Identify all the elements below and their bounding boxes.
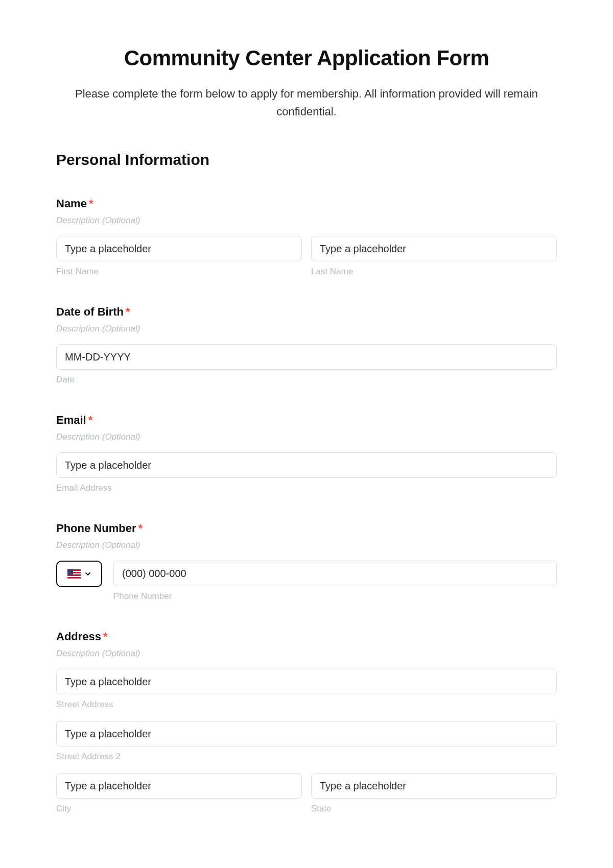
field-name: Name* Description (Optional) First Name … xyxy=(56,197,557,277)
dob-input[interactable] xyxy=(56,344,557,370)
email-input[interactable] xyxy=(56,452,557,478)
state-sublabel: State xyxy=(311,804,557,814)
email-description: Description (Optional) xyxy=(56,432,557,442)
phone-label: Phone Number* xyxy=(56,522,557,535)
field-phone: Phone Number* Description (Optional) Pho… xyxy=(56,522,557,601)
email-label-text: Email xyxy=(56,414,86,426)
phone-sublabel: Phone Number xyxy=(113,591,557,601)
chevron-down-icon xyxy=(85,571,91,577)
street-address-2-sublabel: Street Address 2 xyxy=(56,752,557,762)
section-personal-information: Personal Information xyxy=(56,151,557,168)
city-input[interactable] xyxy=(56,773,302,799)
required-star: * xyxy=(103,630,108,643)
required-star: * xyxy=(88,414,93,426)
required-star: * xyxy=(138,522,143,535)
first-name-sublabel: First Name xyxy=(56,267,302,277)
us-flag-icon xyxy=(67,569,81,578)
address-label-text: Address xyxy=(56,630,101,643)
address-label: Address* xyxy=(56,630,557,643)
state-input[interactable] xyxy=(311,773,557,799)
street-address-sublabel: Street Address xyxy=(56,700,557,710)
name-label: Name* xyxy=(56,197,557,210)
form-title: Community Center Application Form xyxy=(56,46,557,70)
field-email: Email* Description (Optional) Email Addr… xyxy=(56,414,557,493)
last-name-input[interactable] xyxy=(311,236,557,261)
name-description: Description (Optional) xyxy=(56,215,557,226)
dob-sublabel: Date xyxy=(56,375,557,385)
email-label: Email* xyxy=(56,414,557,427)
last-name-sublabel: Last Name xyxy=(311,267,557,277)
field-address: Address* Description (Optional) Street A… xyxy=(56,630,557,814)
first-name-input[interactable] xyxy=(56,236,302,261)
dob-label-text: Date of Birth xyxy=(56,305,124,318)
required-star: * xyxy=(89,197,93,210)
phone-input[interactable] xyxy=(113,561,557,586)
address-description: Description (Optional) xyxy=(56,648,557,659)
email-sublabel: Email Address xyxy=(56,483,557,493)
city-sublabel: City xyxy=(56,804,302,814)
phone-label-text: Phone Number xyxy=(56,522,136,535)
dob-description: Description (Optional) xyxy=(56,324,557,334)
field-dob: Date of Birth* Description (Optional) Da… xyxy=(56,305,557,385)
form-subtitle: Please complete the form below to apply … xyxy=(56,85,557,120)
phone-description: Description (Optional) xyxy=(56,540,557,550)
street-address-2-input[interactable] xyxy=(56,721,557,746)
required-star: * xyxy=(126,305,130,318)
name-label-text: Name xyxy=(56,197,87,210)
street-address-input[interactable] xyxy=(56,669,557,694)
dob-label: Date of Birth* xyxy=(56,305,557,319)
country-code-selector[interactable] xyxy=(56,561,102,587)
